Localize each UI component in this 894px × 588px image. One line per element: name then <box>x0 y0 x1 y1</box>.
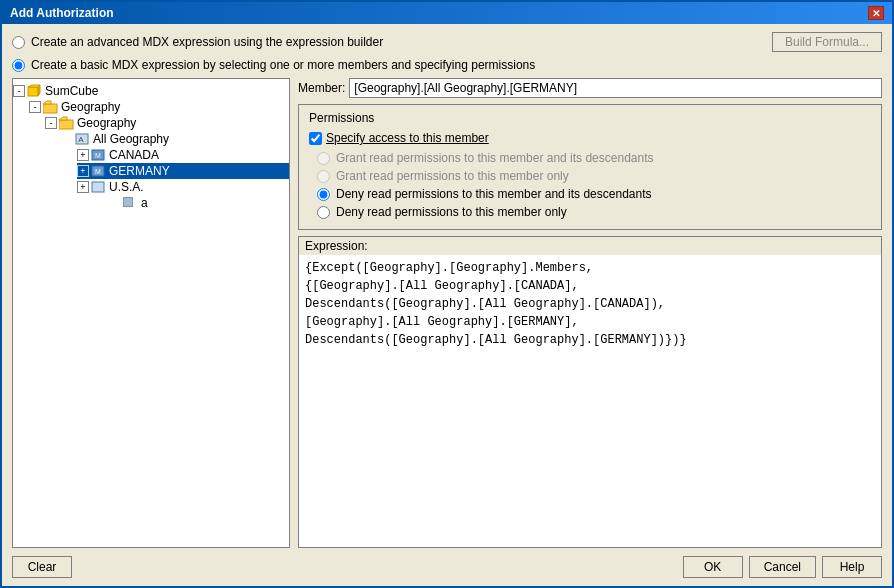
svg-marker-4 <box>43 101 51 104</box>
build-formula-button[interactable]: Build Formula... <box>772 32 882 52</box>
cube-icon <box>27 84 43 98</box>
folder-icon-dim <box>43 100 59 114</box>
folder-icon-hier <box>59 116 75 130</box>
advanced-row: Create an advanced MDX expression using … <box>12 32 882 52</box>
clear-button[interactable]: Clear <box>12 556 72 578</box>
deny-descendants-label: Deny read permissions to this member and… <box>336 187 652 201</box>
svg-rect-0 <box>28 87 38 96</box>
deny-only-row: Deny read permissions to this member onl… <box>317 205 871 219</box>
ok-button[interactable]: OK <box>683 556 743 578</box>
advanced-radio-row: Create an advanced MDX expression using … <box>12 35 383 49</box>
tree-label-germany: GERMANY <box>109 164 170 178</box>
canada-icon: M <box>91 148 107 162</box>
leaf-icon <box>123 196 139 210</box>
expression-title: Expression: <box>299 237 881 255</box>
basic-radio[interactable] <box>12 59 25 72</box>
tree-item-geography-hier[interactable]: - Geography <box>45 115 289 131</box>
tree-item-leaf-a[interactable]: a <box>109 195 289 211</box>
grant-only-row: Grant read permissions to this member on… <box>317 169 871 183</box>
germany-icon: M <box>91 164 107 178</box>
svg-text:M: M <box>95 152 101 159</box>
deny-descendants-radio[interactable] <box>317 188 330 201</box>
help-button[interactable]: Help <box>822 556 882 578</box>
tree-item-geography-dim[interactable]: - Geography <box>29 99 289 115</box>
dialog-body: Create an advanced MDX expression using … <box>2 24 892 586</box>
tree-label-canada: CANADA <box>109 148 159 162</box>
member-bar: Member: [Geography].[All Geography].[GER… <box>298 78 882 98</box>
deny-only-radio[interactable] <box>317 206 330 219</box>
title-bar: Add Authorization ✕ <box>2 2 892 24</box>
svg-rect-13 <box>92 182 104 192</box>
tree-toggle-germany[interactable]: + <box>77 165 89 177</box>
tree-label-all-geography: All Geography <box>93 132 169 146</box>
grant-only-label: Grant read permissions to this member on… <box>336 169 569 183</box>
svg-rect-3 <box>43 104 57 113</box>
specify-access-row: Specify access to this member <box>309 131 871 145</box>
svg-text:A: A <box>78 135 84 144</box>
tree-node-usa: + U.S.A. <box>77 179 289 211</box>
tree-node-canada: + M CANADA <box>77 147 289 163</box>
deny-descendants-row: Deny read permissions to this member and… <box>317 187 871 201</box>
tree-node-geography-hier: - Geography <box>45 115 289 211</box>
grant-descendants-label: Grant read permissions to this member an… <box>336 151 653 165</box>
dialog-title: Add Authorization <box>10 6 114 20</box>
basic-radio-label: Create a basic MDX expression by selecti… <box>31 58 535 72</box>
permissions-box: Permissions Specify access to this membe… <box>298 104 882 230</box>
tree-toggle-canada[interactable]: + <box>77 149 89 161</box>
grant-only-radio <box>317 170 330 183</box>
tree-item-all-geography[interactable]: A All Geography <box>61 131 289 147</box>
close-button[interactable]: ✕ <box>868 6 884 20</box>
cancel-button[interactable]: Cancel <box>749 556 816 578</box>
deny-only-label: Deny read permissions to this member onl… <box>336 205 567 219</box>
bottom-buttons: OK Cancel Help <box>683 556 882 578</box>
svg-marker-2 <box>38 85 40 96</box>
tree-item-canada[interactable]: + M CANADA <box>77 147 289 163</box>
tree-node-geography-dim: - Geography - <box>29 99 289 211</box>
svg-text:M: M <box>95 168 101 175</box>
advanced-radio-label: Create an advanced MDX expression using … <box>31 35 383 49</box>
tree-label-leaf-a: a <box>141 196 148 210</box>
member-label: Member: <box>298 81 345 95</box>
tree-toggle-sumcube[interactable]: - <box>13 85 25 97</box>
main-content: - SumCube - <box>12 78 882 548</box>
member-value: [Geography].[All Geography].[GERMANY] <box>349 78 882 98</box>
svg-rect-5 <box>59 120 73 129</box>
tree-node-germany: + M GERMANY <box>77 163 289 179</box>
tree-toggle-geography-dim[interactable]: - <box>29 101 41 113</box>
tree-toggle-usa[interactable]: + <box>77 181 89 193</box>
add-authorization-dialog: Add Authorization ✕ Create an advanced M… <box>0 0 894 588</box>
tree-item-sumcube[interactable]: - SumCube <box>13 83 289 99</box>
tree-label-geography-hier: Geography <box>77 116 136 130</box>
usa-icon <box>91 180 107 194</box>
svg-marker-6 <box>59 117 67 120</box>
specify-access-label: Specify access to this member <box>326 131 489 145</box>
tree-node-sumcube: - SumCube - <box>13 83 289 211</box>
expression-box: Expression: {Except([Geography].[Geograp… <box>298 236 882 548</box>
tree-label-sumcube: SumCube <box>45 84 98 98</box>
svg-rect-14 <box>123 197 133 207</box>
tree-item-germany[interactable]: + M GERMANY <box>77 163 289 179</box>
advanced-radio[interactable] <box>12 36 25 49</box>
permissions-title: Permissions <box>309 111 871 125</box>
grant-descendants-radio <box>317 152 330 165</box>
all-geography-icon: A <box>75 132 91 146</box>
tree-node-all-geography: A All Geography + <box>61 131 289 211</box>
tree-toggle-geography-hier[interactable]: - <box>45 117 57 129</box>
grant-descendants-row: Grant read permissions to this member an… <box>317 151 871 165</box>
expression-content: {Except([Geography].[Geography].Members,… <box>299 255 881 547</box>
basic-radio-row: Create a basic MDX expression by selecti… <box>12 58 882 72</box>
tree-item-usa[interactable]: + U.S.A. <box>77 179 289 195</box>
specify-access-checkbox[interactable] <box>309 132 322 145</box>
tree-label-usa: U.S.A. <box>109 180 144 194</box>
tree-panel[interactable]: - SumCube - <box>12 78 290 548</box>
tree-label-geography-dim: Geography <box>61 100 120 114</box>
tree-node-leaf-a: a <box>109 195 289 211</box>
right-panel: Member: [Geography].[All Geography].[GER… <box>298 78 882 548</box>
